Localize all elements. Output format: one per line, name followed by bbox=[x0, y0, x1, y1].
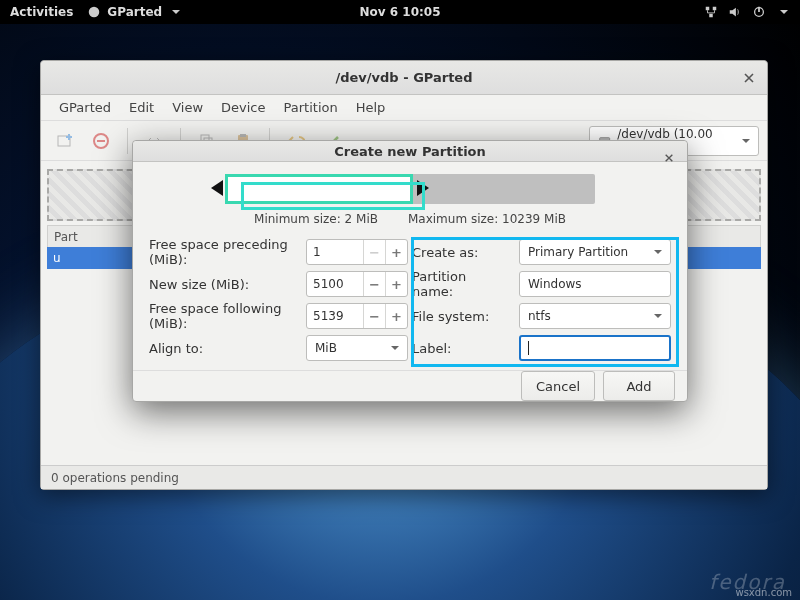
spin-decrement[interactable]: − bbox=[363, 304, 385, 328]
free-preceding-label: Free space preceding (MiB): bbox=[149, 237, 298, 267]
status-bar: 0 operations pending bbox=[41, 465, 767, 489]
menu-device[interactable]: Device bbox=[213, 97, 273, 118]
svg-point-0 bbox=[89, 7, 100, 18]
free-preceding-spinbox[interactable]: 1 − + bbox=[306, 239, 408, 265]
create-as-label: Create as: bbox=[412, 245, 511, 260]
gnome-topbar: Activities GParted Nov 6 10:05 bbox=[0, 0, 800, 24]
close-icon bbox=[664, 153, 674, 163]
network-icon[interactable] bbox=[704, 5, 718, 19]
create-as-value: Primary Partition bbox=[528, 245, 628, 259]
label-input[interactable] bbox=[519, 335, 671, 361]
window-title: /dev/vdb - GParted bbox=[336, 70, 473, 85]
status-text: 0 operations pending bbox=[51, 471, 179, 485]
partition-name-label: Partition name: bbox=[412, 269, 511, 299]
chevron-down-icon bbox=[780, 10, 788, 18]
menu-help[interactable]: Help bbox=[348, 97, 394, 118]
free-following-spinbox[interactable]: 5139 − + bbox=[306, 303, 408, 329]
menu-gparted[interactable]: GParted bbox=[51, 97, 119, 118]
power-icon[interactable] bbox=[752, 5, 766, 19]
new-size-spinbox[interactable]: 5100 − + bbox=[306, 271, 408, 297]
spin-increment[interactable]: + bbox=[385, 240, 407, 264]
svg-rect-5 bbox=[758, 7, 760, 12]
gparted-app-icon bbox=[87, 5, 101, 19]
free-preceding-value: 1 bbox=[307, 240, 363, 264]
partition-name-input[interactable]: Windows bbox=[519, 271, 671, 297]
svg-rect-8 bbox=[66, 136, 72, 138]
chevron-down-icon bbox=[654, 250, 662, 258]
dialog-close-button[interactable] bbox=[659, 148, 679, 168]
svg-rect-13 bbox=[240, 134, 246, 137]
spin-increment[interactable]: + bbox=[385, 304, 407, 328]
size-limits: Minimum size: 2 MiB Maximum size: 10239 … bbox=[149, 212, 671, 226]
svg-rect-1 bbox=[706, 7, 710, 11]
add-button[interactable]: Add bbox=[603, 371, 675, 401]
chevron-down-icon bbox=[391, 346, 399, 354]
app-menu[interactable]: GParted bbox=[87, 5, 180, 19]
svg-rect-2 bbox=[713, 7, 717, 11]
source-watermark: wsxdn.com bbox=[735, 587, 792, 598]
resize-handle-left-icon[interactable] bbox=[203, 180, 223, 196]
create-partition-dialog: Create new Partition Minimum size: 2 MiB… bbox=[132, 140, 688, 402]
filesystem-value: ntfs bbox=[528, 309, 551, 323]
dialog-titlebar: Create new Partition bbox=[133, 141, 687, 162]
delete-icon bbox=[92, 132, 110, 150]
align-to-combo[interactable]: MiB bbox=[306, 335, 408, 361]
partition-row-label: u bbox=[53, 251, 61, 265]
maximum-size-label: Maximum size: 10239 MiB bbox=[408, 212, 566, 226]
clock[interactable]: Nov 6 10:05 bbox=[359, 5, 440, 19]
free-following-value: 5139 bbox=[307, 304, 363, 328]
align-to-label: Align to: bbox=[149, 341, 298, 356]
menu-edit[interactable]: Edit bbox=[121, 97, 162, 118]
text-caret bbox=[528, 341, 529, 355]
delete-button[interactable] bbox=[85, 125, 117, 157]
menu-view[interactable]: View bbox=[164, 97, 211, 118]
free-following-label: Free space following (MiB): bbox=[149, 301, 298, 331]
activities-button[interactable]: Activities bbox=[10, 5, 73, 19]
new-size-label: New size (MiB): bbox=[149, 277, 298, 292]
close-icon bbox=[743, 72, 755, 84]
spin-decrement[interactable]: − bbox=[363, 272, 385, 296]
new-icon bbox=[56, 132, 74, 150]
window-titlebar: /dev/vdb - GParted bbox=[41, 61, 767, 95]
partition-size-fill[interactable] bbox=[225, 174, 413, 204]
chevron-down-icon bbox=[654, 314, 662, 322]
dialog-action-bar: Cancel Add bbox=[133, 370, 687, 401]
create-as-combo[interactable]: Primary Partition bbox=[519, 239, 671, 265]
cancel-button[interactable]: Cancel bbox=[521, 371, 595, 401]
resize-handle-right-icon[interactable] bbox=[417, 180, 437, 196]
minimum-size-label: Minimum size: 2 MiB bbox=[254, 212, 378, 226]
filesystem-label: File system: bbox=[412, 309, 511, 324]
menu-bar: GParted Edit View Device Partition Help bbox=[41, 95, 767, 121]
volume-icon[interactable] bbox=[728, 5, 742, 19]
partition-size-visualization[interactable] bbox=[149, 172, 671, 206]
app-menu-label: GParted bbox=[107, 5, 162, 19]
chevron-down-icon bbox=[742, 139, 750, 147]
filesystem-combo[interactable]: ntfs bbox=[519, 303, 671, 329]
dialog-title: Create new Partition bbox=[334, 144, 486, 159]
menu-partition[interactable]: Partition bbox=[276, 97, 346, 118]
label-label: Label: bbox=[412, 341, 511, 356]
column-partition: Part bbox=[54, 230, 78, 244]
chevron-down-icon bbox=[172, 10, 180, 18]
align-to-value: MiB bbox=[315, 341, 337, 355]
spin-increment[interactable]: + bbox=[385, 272, 407, 296]
partition-name-value: Windows bbox=[528, 277, 582, 291]
svg-rect-3 bbox=[709, 14, 713, 18]
new-partition-button[interactable] bbox=[49, 125, 81, 157]
new-size-value: 5100 bbox=[307, 272, 363, 296]
spin-decrement[interactable]: − bbox=[363, 240, 385, 264]
window-close-button[interactable] bbox=[739, 68, 759, 88]
